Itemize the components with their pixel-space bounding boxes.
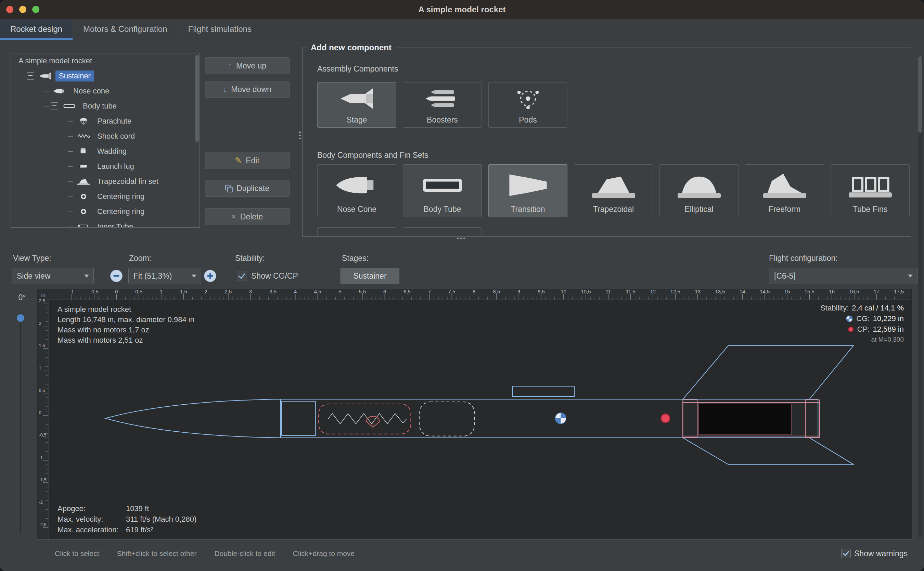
body-tube-icon (417, 171, 468, 199)
fin-trap-icon (588, 171, 639, 199)
nose-cone-icon (331, 171, 383, 199)
tree-item-body-tube[interactable]: Body tube (11, 99, 200, 114)
rocket-canvas[interactable]: in -1-0,500,511,522,533,544,555,566,577,… (37, 289, 912, 540)
component-card-tube-fins[interactable]: Tube Fins (830, 164, 910, 217)
svg-text:2,5: 2,5 (225, 289, 232, 295)
svg-text:-1: -1 (38, 455, 43, 460)
show-warnings-label: Show warnings (854, 549, 907, 558)
minimize-button[interactable] (19, 6, 26, 13)
tree-item-inner-tube[interactable]: Inner Tube (11, 219, 200, 228)
component-card-freeform[interactable]: Freeform (745, 164, 824, 217)
expand-toggle[interactable] (27, 72, 34, 80)
show-cgcp-checkbox[interactable] (237, 271, 247, 281)
launch-lug[interactable] (513, 386, 574, 397)
tree-item-label: Sustainer (55, 71, 94, 82)
view-type-label: View Type: (13, 254, 51, 263)
svg-text:10,5: 10,5 (581, 289, 591, 295)
tab-rocket-design[interactable]: Rocket design (0, 19, 73, 40)
centering-ring-aft[interactable] (805, 400, 819, 437)
pods-icon (506, 87, 550, 110)
tab-motors-configuration[interactable]: Motors & Configuration (73, 19, 178, 40)
show-warnings-checkbox[interactable] (841, 549, 851, 558)
rotation-indicator: 0° (10, 289, 34, 306)
window-scrollbar-thumb[interactable] (918, 56, 922, 133)
tree-item-a-simple-model-rocket[interactable]: A simple model rocket (11, 53, 200, 68)
vertical-drag-handle[interactable] (299, 131, 301, 133)
tree-scrollbar[interactable] (195, 54, 199, 226)
tree-item-label: Centering ring (94, 206, 148, 217)
component-card-stage[interactable]: Stage (317, 82, 396, 128)
tree-item-wadding[interactable]: Wadding (11, 144, 200, 159)
svg-text:12: 12 (650, 289, 656, 295)
fin-upper[interactable] (683, 346, 853, 400)
motor[interactable] (699, 404, 791, 435)
nose-shoulder[interactable] (282, 401, 316, 435)
tree-item-parachute[interactable]: Parachute (11, 114, 200, 129)
edit-button[interactable]: ✎Edit (205, 152, 290, 169)
svg-text:8: 8 (473, 289, 475, 295)
ring-icon (76, 207, 91, 216)
zoom-value: Fit (51,3%) (134, 272, 172, 281)
parachute-outline[interactable] (319, 404, 411, 434)
nose-cone-outline[interactable] (105, 399, 280, 438)
component-card-pods[interactable]: Pods (488, 82, 567, 128)
svg-text:6,5: 6,5 (403, 289, 411, 295)
component-card-elliptical[interactable]: Elliptical (659, 164, 739, 217)
tree-item-sustainer[interactable]: Sustainer (11, 68, 200, 83)
close-button[interactable] (6, 6, 13, 13)
zoom-out-button[interactable] (110, 270, 123, 282)
tree-item-centering-ring[interactable]: Centering ring (11, 189, 200, 204)
zoom-select[interactable]: Fit (51,3%) (128, 268, 201, 284)
component-card-body-tube[interactable]: Body Tube (403, 164, 482, 217)
window-scrollbar[interactable] (918, 55, 922, 537)
svg-text:15: 15 (784, 289, 790, 295)
component-card-transition[interactable]: Transition (488, 164, 567, 217)
tree-item-centering-ring[interactable]: Centering ring (11, 204, 200, 219)
component-card-nose-cone[interactable]: Nose Cone (317, 164, 396, 217)
tree-scrollbar-thumb[interactable] (196, 55, 199, 142)
delete-button[interactable]: ×Delete (205, 208, 290, 225)
tree-item-launch-lug[interactable]: Launch lug (11, 159, 200, 174)
tree-item-shock-cord[interactable]: Shock cord (11, 129, 200, 144)
fin-lower[interactable] (683, 438, 853, 465)
rotation-slider-thumb[interactable] (17, 314, 24, 322)
rotation-slider-track[interactable] (20, 313, 21, 533)
move-down-button[interactable]: ↓Move down (205, 81, 290, 98)
view-type-select[interactable]: Side view (12, 268, 94, 284)
expand-toggle[interactable] (51, 102, 58, 110)
stage-toggle-sustainer[interactable]: Sustainer (340, 268, 399, 284)
tree-item-trapezoidal-fin-set[interactable]: Trapezoidal fin set (11, 174, 200, 189)
move-up-button[interactable]: ↑Move up (205, 57, 290, 74)
component-card-boosters[interactable]: Boosters (403, 82, 482, 128)
component-card-trapezoidal[interactable]: Trapezoidal (574, 164, 653, 217)
zoom-in-button[interactable] (204, 270, 216, 282)
duplicate-button[interactable]: Duplicate (205, 180, 290, 197)
cg-icon (845, 315, 853, 323)
hint: Click+drag to move (293, 549, 354, 558)
flight-config-value: [C6-5] (774, 272, 796, 281)
fin-trap-icon (76, 177, 91, 185)
svg-text:16,5: 16,5 (849, 289, 859, 295)
flight-config-select[interactable]: [C6-5] (769, 268, 918, 284)
fin-free-icon (759, 171, 810, 199)
svg-text:2: 2 (38, 321, 41, 326)
shock-cord-outline[interactable] (420, 402, 474, 436)
stage-icon (335, 87, 379, 110)
tab-flight-simulations[interactable]: Flight simulations (178, 19, 262, 40)
transition-icon (502, 171, 554, 199)
tree-item-label: Nose cone (70, 86, 112, 97)
horizontal-drag-handle[interactable] (457, 238, 459, 239)
component-card-partial[interactable] (403, 227, 482, 236)
svg-text:15,5: 15,5 (805, 289, 815, 295)
tab-bar: Rocket designMotors & ConfigurationFligh… (0, 19, 924, 40)
svg-text:14,5: 14,5 (760, 289, 770, 295)
tree-item-label: Wadding (94, 146, 130, 157)
component-card-partial[interactable] (317, 227, 396, 236)
component-tree: A simple model rocketSustainerNose coneB… (11, 53, 200, 228)
cp-icon (847, 326, 854, 333)
inner-tube-icon (76, 222, 91, 228)
svg-text:0,5: 0,5 (135, 289, 142, 295)
maximize-button[interactable] (32, 6, 39, 13)
centering-ring-fore[interactable] (683, 400, 697, 437)
tree-item-nose-cone[interactable]: Nose cone (11, 83, 200, 99)
